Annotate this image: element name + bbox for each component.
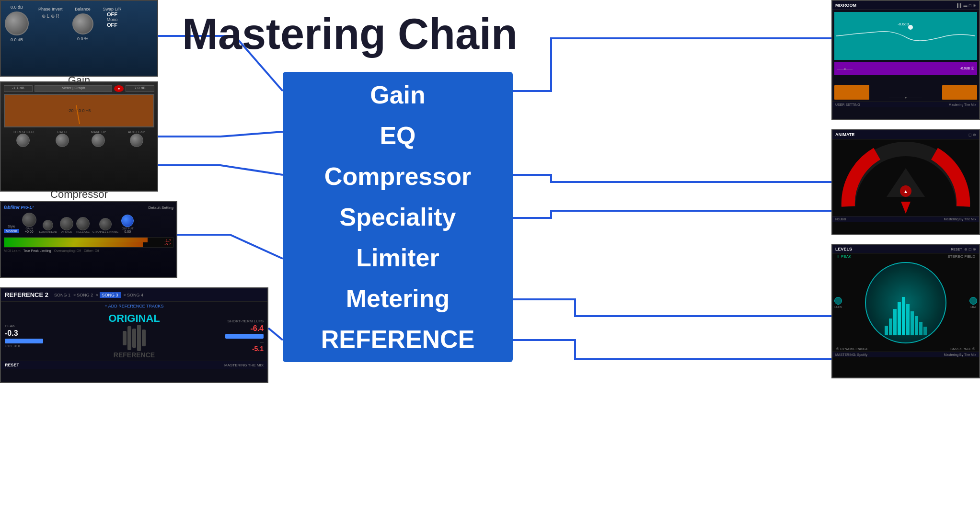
chain-metering-box: Metering [283,275,513,321]
swap-value: OFF [107,11,117,17]
mixroom-plugin[interactable]: MIXROOM ▌▌ ▬ ◻ ⊗ -0.0dB ——●—— -0.0dB ⓘ —… [831,0,980,120]
page-title: Mastering Chain [182,10,518,59]
levels-titlebar: LEVELS RESET ⊕ ◻ ⊗ [832,245,979,253]
comp-output-label: 7.0 dB [126,85,154,92]
lim-style-section: Style Modern [4,225,19,233]
ref-peak-bar2 [225,334,264,339]
lim-level-bar-l [4,238,148,242]
levels-left-indicators: LUFS [834,297,842,308]
lim-gain-section: GAIN +0.00 [22,213,36,233]
reset-button[interactable]: RESET [5,363,19,367]
chain-speciality-box: Speciality [283,194,513,240]
levels-plugin[interactable]: LEVELS RESET ⊕ ◻ ⊗ ⏸ PEAK STEREO FIELD [831,244,980,378]
autogain-knob[interactable] [130,134,143,147]
gain-text: 0.0 dB [11,37,23,42]
animate-display: ▲ [832,139,979,216]
chain-compressor-box: Compressor [283,153,513,199]
gain-plugin[interactable]: 0.0 dB 0.0 dB Phase Invert ⊕ L ⊕ R Balan… [0,0,158,77]
animate-footer: Neutral Mastering By The Mix [832,216,979,222]
lim-attack-knob[interactable] [60,217,73,230]
makeup-section: MAKE UP [91,130,106,147]
limiter-plugin[interactable]: fabfilter Pro-L² Default Setting Style M… [0,201,177,278]
mono-label: Mono [107,17,118,22]
lim-release-section: RELEASE [76,217,90,233]
chain-reference-box: REFERENCE [283,316,513,362]
mixroom-bars: ————●———— [832,75,979,102]
gain-knob[interactable] [5,11,29,35]
svg-text:-0.0dB: -0.0dB [898,22,909,26]
lim-value-l: -5.7 [164,242,171,246]
reference-plugin[interactable]: REFERENCE 2 SONG 1 × SONG 2 × SONG 3 × S… [0,287,268,383]
ratio-knob[interactable] [56,134,69,147]
lim-level-bar-r [4,242,143,247]
balance-value: 0.0 % [77,36,88,41]
comp-meter-label: Meter | Graph [35,85,112,92]
ref-peak-bar1 [5,339,43,343]
gain-label: 0.0 dB [11,5,23,10]
lim-output-knob[interactable] [121,215,134,227]
swap-label: Swap L/R [103,7,122,11]
balance-knob[interactable] [72,13,93,34]
threshold-section: THRESHOLD [13,130,34,147]
balance-label: Balance [75,7,91,11]
lim-output-section: OUTPUT 0.00 [121,215,134,233]
default-setting-label: Default Setting [149,205,173,210]
original-label: ORIGINAL [48,312,220,325]
compressor-plugin-label: Compressor [0,188,158,201]
svg-text:▲: ▲ [903,189,908,194]
phase-label: Phase Invert [38,7,63,11]
chain-limiter-box: Limiter [283,235,513,281]
mixroom-display: -0.0dB [834,12,977,60]
comp-input-label: -1.1 dB [4,85,33,92]
comp-limiter-light: ● [114,85,124,92]
song4-tab[interactable]: SONG 4 [127,293,143,297]
lim-link-knob[interactable] [99,218,112,230]
mixroom-purple-band: ——●—— -0.0dB ⓘ [834,62,977,75]
levels-right-indicators: LRA [969,297,977,308]
ref-title: REFERENCE 2 [5,291,48,298]
lim-gain-knob[interactable] [22,213,36,227]
lim-lookahead-section: LOOKAHEAD [39,220,57,233]
levels-main-display: LUFS LRA [832,260,979,346]
style-value: Modern [4,229,19,233]
animate-titlebar: ANIMATE ◻ ⊗ [832,130,979,139]
levels-bottom-labels: ◎DYNAMIC RANGE BASS SPACE◎ [832,346,979,352]
vu-meter: -20 -10 0 +5 [4,94,154,127]
lim-bottom-bar: MIDI Learn True Peak Limiting Oversampli… [4,249,173,252]
animate-plugin[interactable]: ANIMATE ◻ ⊗ ▲ Neutral Mastering [831,129,980,235]
chain-gain-box: Gain [283,72,513,118]
lim-linking-section: CHANNEL LINKING [92,218,118,233]
reference-sub-label: REFERENCE [48,351,220,359]
lim-attack-section: ATTACK [60,217,73,233]
levels-top-labels: ⏸ PEAK STEREO FIELD [832,253,979,260]
autogain-section: AUTO Gain [128,130,145,147]
compressor-plugin[interactable]: -1.1 dB Meter | Graph ● 7.0 dB -20 -10 0… [0,81,158,192]
lim-release-knob[interactable] [76,217,90,230]
mixroom-footer: USER SETTING Mastering The Mix [832,102,979,107]
makeup-knob[interactable] [92,134,105,147]
mixroom-titlebar: MIXROOM ▌▌ ▬ ◻ ⊗ [832,1,979,10]
song3-tab[interactable]: SONG 3 [100,292,121,298]
fabfilter-brand: fabfilter Pro-L² [4,205,34,210]
lim-lookahead-knob[interactable] [43,220,53,230]
levels-footer: MASTERING: Spotify Mastering By The Mix [832,352,979,357]
ref-brand: MASTERING THE MIX [224,363,264,367]
ratio-section: RATIO [56,130,69,147]
chain-eq-box: EQ [283,113,513,159]
add-tracks-bar[interactable]: + ADD REFERENCE TRACKS [1,302,267,310]
lim-level-display: -1.7 -5.7 [4,237,173,248]
threshold-knob[interactable] [16,134,30,147]
mono-value: OFF [107,22,117,28]
song2-tab[interactable]: SONG 2 [77,293,93,297]
song1-tab[interactable]: SONG 1 [54,293,70,297]
